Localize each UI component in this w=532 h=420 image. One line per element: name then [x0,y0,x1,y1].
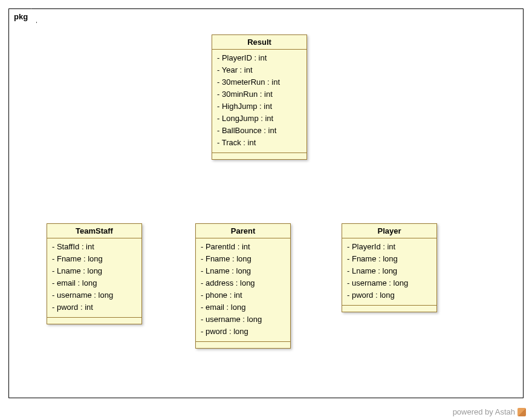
class-player: Player - PlayerId : int - Fname : long -… [342,223,437,312]
class-attr: - Track : int [217,137,302,149]
class-attr: - phone : int [201,289,285,301]
class-attr: - username : long [52,289,137,301]
class-teamstaff: TeamStaff - StaffId : int - Fname : long… [47,223,142,324]
class-parent: Parent - ParentId : int - Fname : long -… [195,223,291,349]
class-attr: - email : long [52,277,137,289]
class-attr: - Lname : long [201,265,285,277]
class-attr: - address : long [201,277,285,289]
footer-text: powered by Astah [453,407,515,416]
class-attr: - Lname : long [347,265,432,277]
package-name: pkg [14,12,28,21]
class-attr: - email : long [201,301,285,313]
class-result: Result - PlayerID : int - Year : int - 3… [212,34,307,160]
class-ops [342,306,436,312]
astah-icon [517,408,526,416]
class-attr: - StaffId : int [52,241,137,253]
class-attr: - PlayerID : int [217,52,302,64]
class-attr: - BallBounce : int [217,125,302,137]
class-ops [196,342,290,348]
class-attr: - pword : long [201,326,285,338]
class-attrs: - ParentId : int - Fname : long - Lname … [196,238,290,342]
class-attr: - Fname : long [347,253,432,265]
class-attr: - username : long [201,313,285,326]
class-attr: - Fname : long [52,253,137,265]
class-attr: - username : long [347,277,432,289]
package-frame: pkg Result - PlayerID : int - Year : int… [8,8,524,398]
class-attr: - LongJump : int [217,113,302,125]
class-title: Result [212,35,307,50]
class-attrs: - StaffId : int - Fname : long - Lname :… [47,238,141,318]
class-title: Player [342,224,436,238]
package-tab: pkg [8,8,37,23]
class-attr: - Fname : long [201,253,285,265]
class-attr: - Year : int [217,64,302,76]
class-attr: - ParentId : int [201,241,285,253]
class-attr: - PlayerId : int [347,241,432,253]
class-attr: - 30minRun : int [217,88,302,100]
class-attr: - pword : long [347,289,432,301]
class-attrs: - PlayerID : int - Year : int - 30meterR… [212,50,307,153]
class-ops [212,153,307,159]
class-attr: - pword : int [52,301,137,313]
footer-watermark: powered by Astah [453,407,526,416]
class-attr: - HighJump : int [217,100,302,113]
class-attr: - 30meterRun : int [217,76,302,88]
class-title: TeamStaff [47,224,141,238]
class-title: Parent [196,224,290,238]
class-attrs: - PlayerId : int - Fname : long - Lname … [342,238,436,306]
class-ops [47,318,141,324]
class-attr: - Lname : long [52,265,137,277]
